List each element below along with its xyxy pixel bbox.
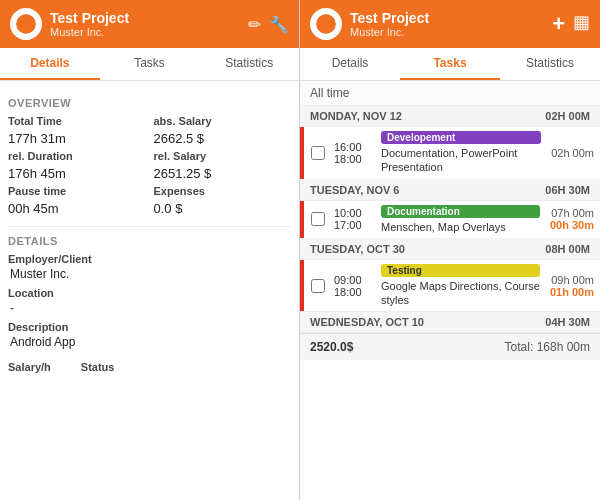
rel-duration-value: 176h 45m	[8, 166, 146, 181]
task-checkbox[interactable]	[304, 201, 332, 238]
day-duration-3: 04H 30M	[545, 316, 590, 328]
left-project-name: Test Project	[50, 10, 240, 26]
details-section-header: DETAILS	[8, 235, 291, 247]
task-row: 10:00 17:00 Documentation Menschen, Map …	[300, 201, 600, 239]
task-desc-1: Menschen, Map Overlays	[381, 220, 540, 234]
right-company-name: Muster Inc.	[350, 26, 544, 38]
abs-salary-value: 2662.5 $	[154, 131, 292, 146]
left-company-name: Muster Inc.	[50, 26, 240, 38]
task-durations-0: 02h 00m	[545, 127, 600, 179]
right-header-icons: + ▦	[552, 11, 590, 37]
checkbox-input[interactable]	[311, 212, 325, 226]
total-time-value: 177h 31m	[8, 131, 146, 146]
checkbox-input[interactable]	[311, 146, 325, 160]
right-content: All time MONDAY, NOV 12 02H 00M 16:00 18…	[300, 81, 600, 500]
employer-label: Employer/Client	[8, 253, 291, 265]
rel-duration-label: rel. Duration	[8, 150, 146, 162]
left-panel: Test Project Muster Inc. ✏ 🔧 Details Tas…	[0, 0, 300, 500]
day-duration-0: 02H 00M	[545, 110, 590, 122]
abs-salary-label: abs. Salary	[154, 115, 292, 127]
location-label: Location	[8, 287, 291, 299]
day-date-0: MONDAY, NOV 12	[310, 110, 402, 122]
left-header-icons: ✏ 🔧	[248, 15, 289, 34]
total-time-label: Total Time	[8, 115, 146, 127]
expenses-value: 0.0 $	[154, 201, 292, 216]
checkbox-input[interactable]	[311, 279, 325, 293]
task-durations-2: 09h 00m 01h 00m	[544, 260, 600, 312]
task-row: 16:00 18:00 Developement Documentation, …	[300, 127, 600, 180]
right-header-titles: Test Project Muster Inc.	[350, 10, 544, 38]
add-icon[interactable]: +	[552, 11, 565, 37]
footer-total: Total: 168h 00m	[505, 340, 590, 354]
rel-salary-label: rel. Salary	[154, 150, 292, 162]
pause-time-label: Pause time	[8, 185, 146, 197]
task-checkbox[interactable]	[304, 260, 332, 312]
employer-value: Muster Inc.	[8, 267, 291, 281]
all-time-label: All time	[300, 81, 600, 106]
right-logo	[310, 8, 342, 40]
overview-section-header: OVERVIEW	[8, 97, 291, 109]
task-body-0: Developement Documentation, PowerPoint P…	[377, 127, 545, 179]
right-tab-details[interactable]: Details	[300, 48, 400, 80]
left-tab-tasks[interactable]: Tasks	[100, 48, 200, 80]
day-duration-2: 08H 00M	[545, 243, 590, 255]
pause-time-value: 00h 45m	[8, 201, 146, 216]
task-time-2: 09:00 18:00	[332, 260, 377, 312]
task-durations-1: 07h 00m 00h 30m	[544, 201, 600, 238]
footer-bar: 2520.0$ Total: 168h 00m	[300, 333, 600, 360]
description-value: Android App	[8, 335, 291, 349]
task-tag-0: Developement	[381, 131, 541, 144]
salary-label: Salary/h	[8, 361, 51, 373]
status-label: Status	[81, 361, 115, 373]
task-desc-0: Documentation, PowerPoint Presentation	[381, 146, 541, 175]
description-label: Description	[8, 321, 291, 333]
day-header-0: MONDAY, NOV 12 02H 00M	[300, 106, 600, 127]
task-time-1: 10:00 17:00	[332, 201, 377, 238]
left-logo	[10, 8, 42, 40]
task-desc-2: Google Maps Directions, Course styles	[381, 279, 540, 308]
left-header: Test Project Muster Inc. ✏ 🔧	[0, 0, 299, 48]
left-tab-statistics[interactable]: Statistics	[199, 48, 299, 80]
overview-grid: Total Time abs. Salary 177h 31m 2662.5 $…	[8, 115, 291, 216]
task-body-2: Testing Google Maps Directions, Course s…	[377, 260, 544, 312]
day-header-2: TUESDAY, OCT 30 08H 00M	[300, 239, 600, 260]
task-tag-2: Testing	[381, 264, 540, 277]
task-row: 09:00 18:00 Testing Google Maps Directio…	[300, 260, 600, 313]
day-date-3: WEDNESDAY, OCT 10	[310, 316, 424, 328]
tool-icon[interactable]: 🔧	[269, 15, 289, 34]
divider	[8, 226, 291, 227]
left-tab-details[interactable]: Details	[0, 48, 100, 80]
right-tab-tasks[interactable]: Tasks	[400, 48, 500, 80]
left-content: OVERVIEW Total Time abs. Salary 177h 31m…	[0, 81, 299, 500]
day-duration-1: 06H 30M	[545, 184, 590, 196]
footer-amount: 2520.0$	[310, 340, 353, 354]
location-value: -	[8, 301, 291, 315]
day-date-1: TUESDAY, NOV 6	[310, 184, 399, 196]
rel-salary-value: 2651.25 $	[154, 166, 292, 181]
task-body-1: Documentation Menschen, Map Overlays	[377, 201, 544, 238]
right-tab-statistics[interactable]: Statistics	[500, 48, 600, 80]
right-panel: Test Project Muster Inc. + ▦ Details Tas…	[300, 0, 600, 500]
day-header-1: TUESDAY, NOV 6 06H 30M	[300, 180, 600, 201]
task-time-0: 16:00 18:00	[332, 127, 377, 179]
left-header-titles: Test Project Muster Inc.	[50, 10, 240, 38]
grid-icon[interactable]: ▦	[573, 11, 590, 37]
edit-icon[interactable]: ✏	[248, 15, 261, 34]
right-project-name: Test Project	[350, 10, 544, 26]
day-date-2: TUESDAY, OCT 30	[310, 243, 405, 255]
task-tag-1: Documentation	[381, 205, 540, 218]
expenses-label: Expenses	[154, 185, 292, 197]
right-header: Test Project Muster Inc. + ▦	[300, 0, 600, 48]
left-tabs: Details Tasks Statistics	[0, 48, 299, 81]
right-tabs: Details Tasks Statistics	[300, 48, 600, 81]
day-header-3: WEDNESDAY, OCT 10 04H 30M	[300, 312, 600, 333]
task-checkbox[interactable]	[304, 127, 332, 179]
